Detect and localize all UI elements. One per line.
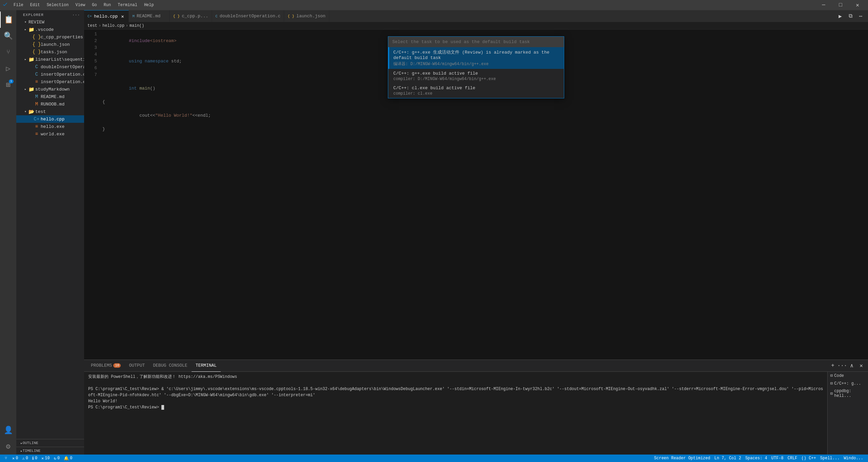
json-icon: { } [34,49,39,55]
sidebar-item-doubleinsert[interactable]: ▸ C doubleInsertOperatio... [16,63,84,71]
more-actions-button[interactable]: ⋯ [856,12,865,21]
panel-maximize-button[interactable]: ∧ [848,362,856,370]
terminal-right-cpp[interactable]: ⊡ C/C++: g... [828,380,868,387]
sidebar-item-helloexe[interactable]: ▸ ≡ hello.exe [16,123,84,130]
command-palette: C/C++: g++.exe 生成活动文件 (Review) is alread… [388,36,564,98]
activity-settings[interactable]: ⚙ [0,438,16,455]
status-warnings[interactable]: ⚠ 0 [20,455,30,462]
panel-tab-debug-console[interactable]: DEBUG CONSOLE [149,360,191,372]
menu-terminal[interactable]: Terminal [115,2,140,8]
status-window[interactable]: Windo... [842,455,865,462]
tab-launch[interactable]: { } launch.json [284,10,329,22]
sidebar-item-insertoperation-exe[interactable]: ▸ ≡ insertOperation.exe [16,78,84,85]
maximize-button[interactable]: □ [833,0,848,10]
panel-more-button[interactable]: ··· [838,362,846,370]
sidebar-item-tasks[interactable]: ▸ { } tasks.json [16,48,84,56]
terminal-right-cppdbg[interactable]: ⊡ cppdbg: hell... [828,387,868,400]
status-errors2[interactable]: ✕ 10 [39,455,52,462]
status-position[interactable]: Ln 7, Col 2 [712,455,743,462]
menu-edit[interactable]: Edit [27,2,43,8]
activity-extensions[interactable]: ⊞ 1 [0,77,16,93]
command-palette-overlay: C/C++: g++.exe 生成活动文件 (Review) is alread… [84,30,868,360]
close-button[interactable]: ✕ [850,0,865,10]
breadcrumb-sep1: › [99,23,101,28]
sidebar-item-studymarkdown[interactable]: ▸ 📁 studyMarkdown [16,85,84,93]
spell-label: Spell... [820,456,840,461]
panel-tab-terminal[interactable]: TERMINAL [192,360,221,372]
sidebar-item-worldexe[interactable]: ▸ ≡ world.exe [16,130,84,138]
sidebar-header: EXPLORER ··· [16,10,84,18]
command-palette-input[interactable] [388,37,564,47]
tab-hellocpp[interactable]: C+ hello.cpp ✕ [84,10,129,22]
activity-search[interactable]: 🔍 [0,28,16,44]
outline-header[interactable]: ▸ OUTLINE [16,439,84,447]
status-bar: ⑂ ✕ 0 ⚠ 0 ℹ 0 ✕ 10 ↻ 0 🔔 0 Screen Reader… [0,455,868,462]
status-errors[interactable]: ✕ 0 [10,455,20,462]
status-language[interactable]: () C++ [800,455,818,462]
sidebar-item-hellocpp[interactable]: ▸ C+ hello.cpp [16,115,84,123]
sidebar-item-c-cpp-properties[interactable]: ▸ { } c_cpp_properties.json [16,33,84,41]
sidebar-item-readme[interactable]: ▸ M README.md [16,93,84,100]
top-bar-right: ▶ ⧉ ⋯ [835,10,868,22]
panel-tab-output[interactable]: OUTPUT [125,360,149,372]
menu-view[interactable]: View [73,2,88,8]
command-item-0[interactable]: C/C++: g++.exe 生成活动文件 (Review) is alread… [388,47,564,69]
menu-run[interactable]: Run [101,2,114,8]
menu-help[interactable]: Help [141,2,157,8]
sidebar-more-icon[interactable]: ··· [72,13,80,17]
eol-label: CRLF [788,456,797,461]
status-info[interactable]: ℹ 0 [30,455,39,462]
status-bell[interactable]: 🔔 0 [62,455,74,462]
status-spaces[interactable]: Spaces: 4 [743,455,769,462]
folder-icon: 📁 [28,27,34,32]
test-label: test [35,109,46,114]
activity-explorer[interactable]: 📋 [0,12,16,28]
menu-selection[interactable]: Selection [44,2,72,8]
linearlist-label: linearList\sequentialList [35,57,84,62]
insertoperation-exe-label: insertOperation.exe [41,79,84,84]
tab-doubleinsert[interactable]: C doubleInsertOperation.c [212,10,284,22]
terminal-line-3: PS C:\program1\C_test\Review> & 'c:\User… [88,386,823,398]
sidebar-item-vscode[interactable]: ▸ 📁 .vscode [16,26,84,33]
status-screen-reader[interactable]: Screen Reader Optimized [652,455,712,462]
terminal-right-code[interactable]: ⊡ Code [828,372,868,380]
tab-readme[interactable]: M README.md [129,10,170,22]
terminal-content[interactable]: 安装最新的 PowerShell，了解新功能和改进！ https://aka.m… [84,372,827,455]
status-git[interactable]: ⑂ [3,455,10,462]
menu-file[interactable]: File [11,2,26,8]
panel-add-button[interactable]: + [829,362,837,370]
sidebar-item-insertoperation[interactable]: ▸ C insertOperation.c [16,71,84,78]
menu-go[interactable]: Go [89,2,99,8]
command-item-2[interactable]: C/C++: cl.exe build active file compiler… [388,83,564,98]
tab-ccpp[interactable]: { } c_cpp.p... [170,10,212,22]
activity-account[interactable]: 👤 [0,422,16,438]
timeline-header[interactable]: ▸ TIMELINE [16,447,84,455]
activity-run-debug[interactable]: ▷ [0,60,16,77]
panel-tab-problems[interactable]: PROBLEMS 10 [87,360,125,372]
sidebar-item-linearlist[interactable]: ▸ 📁 linearList\sequentialList [16,56,84,63]
status-eol[interactable]: CRLF [786,455,800,462]
sidebar-item-test[interactable]: ▾ 📂 test [16,108,84,115]
panel-close-button[interactable]: ✕ [857,362,865,370]
sidebar-item-runoob[interactable]: ▸ M RUNOOB.md [16,100,84,108]
sidebar-item-review-header[interactable]: ▾ REVIEW [16,18,84,26]
problems-badge: 10 [113,363,121,368]
status-encoding[interactable]: UTF-8 [769,455,786,462]
status-spell[interactable]: Spell... [818,455,842,462]
minimize-button[interactable]: ─ [816,0,831,10]
output-label: OUTPUT [129,363,145,368]
language-label: () C++ [802,456,816,461]
breadcrumb-symbol[interactable]: main() [130,23,144,28]
breadcrumb-test[interactable]: test [87,23,97,28]
tab-hellocpp-close[interactable]: ✕ [120,14,125,19]
studymarkdown-label: studyMarkdown [35,87,70,92]
breadcrumb-file[interactable]: hello.cpp [102,23,124,28]
activity-source-control[interactable]: ⑂ [0,44,16,60]
bell-icon: 🔔 [64,456,69,461]
command-item-1[interactable]: C/C++: g++.exe build active file compile… [388,69,564,83]
split-editor-button[interactable]: ⧉ [846,12,855,21]
run-button[interactable]: ▶ [835,12,845,21]
status-sync[interactable]: ↻ 0 [52,455,62,462]
panel-tabs: PROBLEMS 10 OUTPUT DEBUG CONSOLE TERMINA… [84,360,868,372]
sidebar-item-launch[interactable]: ▸ { } launch.json [16,41,84,48]
